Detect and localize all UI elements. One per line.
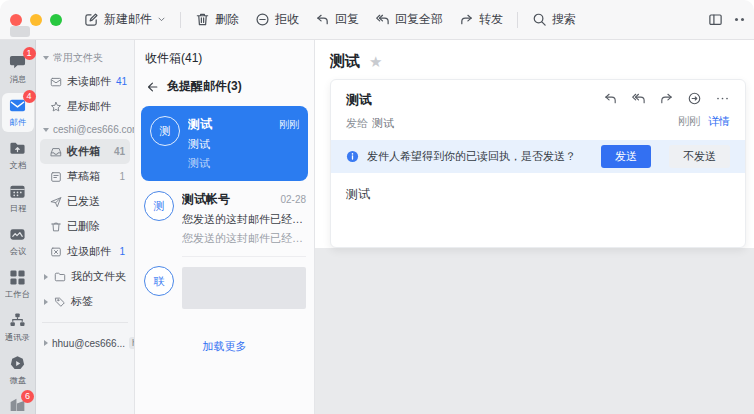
mail-recipients: 发给测试	[346, 116, 603, 131]
mail-title: 测试	[330, 52, 360, 71]
dont-send-receipt-button[interactable]: 不发送	[669, 145, 730, 168]
mail-app-window: 新建邮件 删除 拒收 回复 回复全部 转发 搜索	[0, 0, 754, 414]
rail-item-messages[interactable]: 消息 1	[2, 50, 34, 89]
reply-icon[interactable]	[603, 91, 618, 106]
star-icon	[50, 101, 62, 113]
star-toggle-icon[interactable]: ★	[369, 54, 382, 69]
section-common-folders[interactable]: 常用文件夹	[36, 46, 134, 69]
unread-badge: 4	[23, 90, 36, 103]
avatar: 联	[144, 266, 174, 296]
toolbar: 新建邮件 删除 拒收 回复 回复全部 转发 搜索	[0, 0, 754, 40]
caret-right-icon	[44, 274, 49, 280]
folder-inbox[interactable]: 收件箱 41	[40, 139, 130, 164]
message-list-header: 收件箱(41)	[135, 40, 314, 69]
message-preview: 您发送的这封邮件已经被打开。	[182, 231, 306, 246]
rail-item-docs[interactable]: 文档	[2, 136, 34, 175]
spam-icon	[50, 246, 62, 258]
layout-panel-icon[interactable]	[708, 12, 723, 27]
message-item[interactable]: 测 测试 刚刚 测试 测试	[141, 106, 308, 181]
message-sender: 测试帐号	[182, 191, 274, 208]
forward-icon	[459, 12, 474, 27]
more-icon[interactable]	[715, 91, 730, 106]
folder-spam[interactable]: 垃圾邮件 1	[40, 239, 130, 264]
compose-button[interactable]: 新建邮件	[76, 6, 174, 33]
toolbar-divider	[517, 12, 518, 28]
folder-tags[interactable]: 标签	[40, 289, 130, 314]
search-button[interactable]: 搜索	[524, 6, 584, 33]
unread-badge: 6	[21, 390, 34, 403]
section-account-ceshi[interactable]: ceshi@ces666.com	[36, 119, 134, 139]
calendar-icon	[9, 183, 26, 200]
message-time: 02-28	[280, 194, 306, 205]
compose-label: 新建邮件	[104, 11, 152, 28]
reading-pane-background	[315, 248, 754, 414]
send-receipt-button[interactable]: 发送	[601, 145, 651, 168]
reply-all-button[interactable]: 回复全部	[367, 6, 451, 33]
rail-item-drive[interactable]: 微盘	[2, 351, 34, 390]
compose-icon	[84, 12, 99, 27]
folder-count: 1	[119, 246, 125, 257]
folder-count: 41	[116, 76, 127, 87]
folder-icon	[54, 271, 66, 283]
details-link[interactable]: 详情	[708, 115, 730, 127]
contacts-icon	[9, 312, 26, 329]
minus-circle-icon	[255, 12, 270, 27]
read-receipt-banner: 发件人希望得到你的已读回执，是否发送？ 发送 不发送	[331, 140, 745, 173]
message-item-loading[interactable]: 联	[135, 256, 314, 319]
recipient-name[interactable]: 测试	[372, 117, 394, 129]
folder-pane: 常用文件夹 未读邮件 41 星标邮件 ceshi@ces666.com 收件箱 …	[36, 40, 135, 414]
message-sender: 测试	[188, 116, 273, 133]
forward-button[interactable]: 转发	[451, 6, 511, 33]
receipt-question: 发件人希望得到你的已读回执，是否发送？	[367, 149, 593, 164]
reply-all-icon[interactable]	[631, 91, 646, 106]
rail-item-mail[interactable]: 邮件 4	[2, 93, 34, 132]
rail-item-workbench[interactable]: 工作台	[2, 265, 34, 304]
tag-icon	[54, 296, 66, 308]
back-arrow-icon[interactable]	[145, 80, 159, 94]
reply-button[interactable]: 回复	[307, 6, 367, 33]
account-hhuu[interactable]: hhuu@ces666... hhuu	[40, 331, 130, 355]
rail-item-calendar[interactable]: 日程	[2, 179, 34, 218]
folder-deleted[interactable]: 已删除	[40, 214, 130, 239]
trash-icon	[195, 12, 210, 27]
zoom-window-button[interactable]	[50, 14, 62, 26]
close-window-button[interactable]	[10, 14, 22, 26]
load-more-link[interactable]: 加载更多	[135, 339, 314, 354]
loading-skeleton	[182, 267, 306, 309]
reply-all-icon	[375, 12, 390, 27]
rail-item-meeting[interactable]: 会议	[2, 222, 34, 261]
mail-sender: 测试	[346, 91, 603, 109]
folder-unread[interactable]: 未读邮件 41	[40, 69, 130, 94]
forward-circle-icon[interactable]	[687, 91, 702, 106]
message-item[interactable]: 测 测试帐号 02-28 您发送的这封邮件已经被打开。 您发送的这封邮件已经被打…	[135, 181, 314, 256]
folder-sent[interactable]: 已发送	[40, 189, 130, 214]
rail-item-workspace[interactable]: 6	[8, 394, 27, 414]
meeting-icon	[9, 226, 26, 243]
reject-button[interactable]: 拒收	[247, 6, 307, 33]
reading-pane: 测试 ★ 测试 发给测试	[315, 40, 754, 414]
mail-time: 刚刚	[678, 115, 700, 127]
forward-icon[interactable]	[659, 91, 674, 106]
info-icon	[346, 150, 359, 163]
message-preview: 测试	[188, 156, 299, 171]
sent-icon	[50, 196, 62, 208]
mail-card: 测试 发给测试	[330, 79, 746, 248]
more-icon[interactable]	[735, 18, 744, 21]
rail-item-contacts[interactable]: 通讯录	[2, 308, 34, 347]
workbench-icon	[9, 269, 26, 286]
avatar: 测	[144, 191, 174, 221]
filter-bar: 免提醒邮件(3)	[135, 69, 314, 104]
folder-my-folders[interactable]: 我的文件夹	[40, 264, 130, 289]
toolbar-divider	[180, 12, 181, 28]
minimize-window-button[interactable]	[30, 14, 42, 26]
forward-label: 转发	[479, 11, 503, 28]
folder-drafts[interactable]: 草稿箱 1	[40, 164, 130, 189]
caret-down-icon	[43, 56, 49, 60]
folder-starred[interactable]: 星标邮件	[40, 94, 130, 119]
delete-button[interactable]: 删除	[187, 6, 247, 33]
app-rail: 消息 1 邮件 4 文档 日程 会议 工作台	[0, 40, 36, 414]
avatar: 测	[150, 116, 180, 146]
reject-label: 拒收	[275, 11, 299, 28]
message-subject: 测试	[188, 137, 299, 152]
folder-pane-divider	[42, 322, 128, 323]
